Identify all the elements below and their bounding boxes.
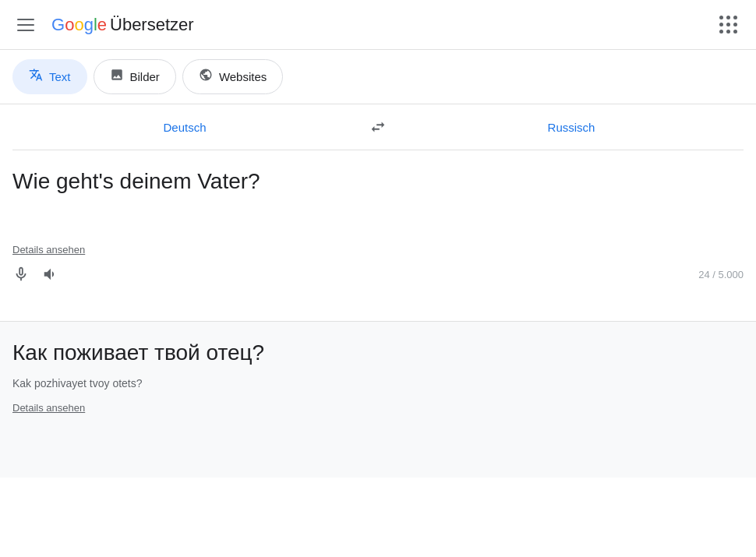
translation-text: Как поживает твой отец?: [12, 337, 744, 368]
tab-images[interactable]: Bilder: [94, 59, 176, 94]
translation-details-link[interactable]: Details ansehen: [12, 402, 85, 414]
logo: Google Übersetzer: [51, 15, 194, 35]
source-text[interactable]: Wie geht's deinem Vater?: [12, 166, 744, 228]
header: Google Übersetzer: [0, 0, 756, 50]
source-language-button[interactable]: Deutsch: [12, 118, 357, 137]
source-actions-left: [12, 266, 59, 283]
microphone-button[interactable]: [12, 266, 30, 283]
char-count: 24 / 5.000: [698, 269, 744, 280]
logo-google: Google: [51, 15, 107, 35]
speaker-button[interactable]: [42, 266, 59, 283]
language-bar: Deutsch Russisch: [12, 104, 744, 150]
source-actions: 24 / 5.000: [12, 256, 744, 294]
source-area: Wie geht's deinem Vater? Details ansehen…: [0, 150, 756, 322]
translate-icon: [29, 68, 43, 86]
globe-icon: [199, 68, 213, 86]
tab-websites-label: Websites: [219, 70, 267, 83]
image-icon: [110, 68, 124, 86]
target-language-button[interactable]: Russisch: [399, 118, 744, 137]
tab-text-label: Text: [49, 70, 71, 83]
translation-area: Как поживает твой отец? Kak pozhivayet t…: [0, 322, 756, 478]
apps-button[interactable]: [713, 9, 744, 40]
header-left: Google Übersetzer: [12, 14, 194, 36]
tab-text[interactable]: Text: [12, 59, 87, 94]
menu-button[interactable]: [12, 14, 39, 36]
tab-bar: Text Bilder Websites: [0, 50, 756, 104]
swap-languages-button[interactable]: [357, 115, 399, 139]
tab-images-label: Bilder: [130, 70, 160, 83]
source-details-link[interactable]: Details ansehen: [12, 244, 85, 256]
transliteration: Kak pozhivayet tvoy otets?: [12, 377, 744, 390]
tab-websites[interactable]: Websites: [182, 59, 283, 94]
logo-subtitle: Übersetzer: [110, 15, 194, 35]
